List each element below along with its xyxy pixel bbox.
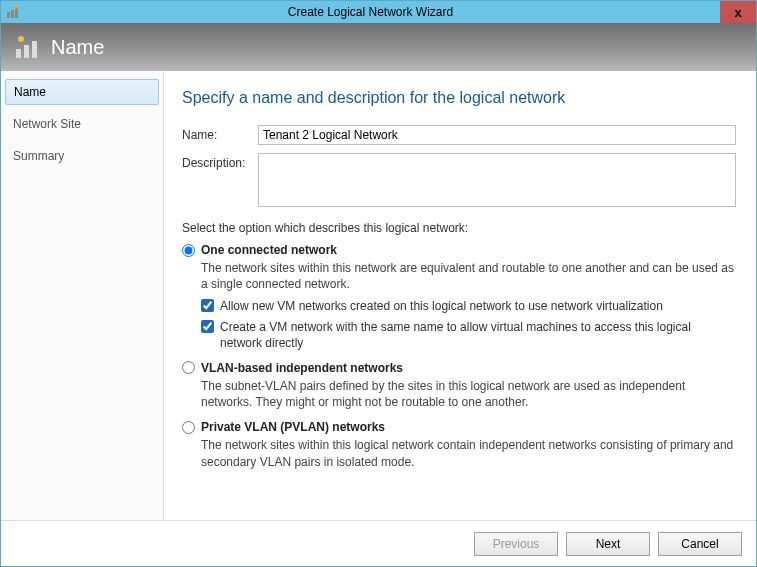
close-button[interactable]: x xyxy=(720,1,756,23)
section-text: Select the option which describes this l… xyxy=(182,221,736,235)
header-title: Name xyxy=(51,36,104,59)
sidebar-item-summary[interactable]: Summary xyxy=(1,143,163,169)
header-band: Name xyxy=(1,23,756,71)
window-title: Create Logical Network Wizard xyxy=(21,5,720,19)
svg-rect-1 xyxy=(11,10,14,18)
sidebar: Name Network Site Summary xyxy=(1,71,164,520)
page-heading: Specify a name and description for the l… xyxy=(182,89,736,107)
radio-one-connected-label: One connected network xyxy=(201,243,337,257)
checkbox-create-vm-network-label: Create a VM network with the same name t… xyxy=(220,319,736,351)
previous-button[interactable]: Previous xyxy=(474,532,558,556)
radio-vlan-independent[interactable] xyxy=(182,361,195,374)
svg-rect-6 xyxy=(32,41,37,58)
description-label: Description: xyxy=(182,153,258,207)
wizard-icon xyxy=(13,33,41,61)
svg-point-7 xyxy=(18,36,24,42)
radio-pvlan-label: Private VLAN (PVLAN) networks xyxy=(201,420,385,434)
radio-one-connected-desc: The network sites within this network ar… xyxy=(201,260,736,292)
name-label: Name: xyxy=(182,125,258,145)
svg-point-3 xyxy=(14,5,18,9)
main-panel: Specify a name and description for the l… xyxy=(164,71,756,520)
name-input[interactable] xyxy=(258,125,736,145)
app-icon xyxy=(5,4,21,20)
radio-pvlan[interactable] xyxy=(182,421,195,434)
sidebar-item-name[interactable]: Name xyxy=(5,79,159,105)
checkbox-create-vm-network[interactable] xyxy=(201,320,214,333)
checkbox-allow-virtualization[interactable] xyxy=(201,299,214,312)
option-one-connected: One connected network The network sites … xyxy=(182,243,736,351)
titlebar: Create Logical Network Wizard x xyxy=(1,1,756,23)
radio-vlan-independent-desc: The subnet-VLAN pairs defined by the sit… xyxy=(201,378,736,410)
svg-rect-5 xyxy=(24,45,29,58)
footer: Previous Next Cancel xyxy=(1,520,756,566)
description-input[interactable] xyxy=(258,153,736,207)
sidebar-item-network-site[interactable]: Network Site xyxy=(1,111,163,137)
svg-rect-4 xyxy=(16,49,21,58)
radio-vlan-independent-label: VLAN-based independent networks xyxy=(201,361,403,375)
option-pvlan: Private VLAN (PVLAN) networks The networ… xyxy=(182,420,736,469)
checkbox-allow-virtualization-label: Allow new VM networks created on this lo… xyxy=(220,298,663,314)
radio-pvlan-desc: The network sites within this logical ne… xyxy=(201,437,736,469)
radio-one-connected[interactable] xyxy=(182,244,195,257)
svg-rect-0 xyxy=(7,12,10,18)
option-vlan-independent: VLAN-based independent networks The subn… xyxy=(182,361,736,410)
next-button[interactable]: Next xyxy=(566,532,650,556)
svg-rect-2 xyxy=(15,8,18,18)
cancel-button[interactable]: Cancel xyxy=(658,532,742,556)
